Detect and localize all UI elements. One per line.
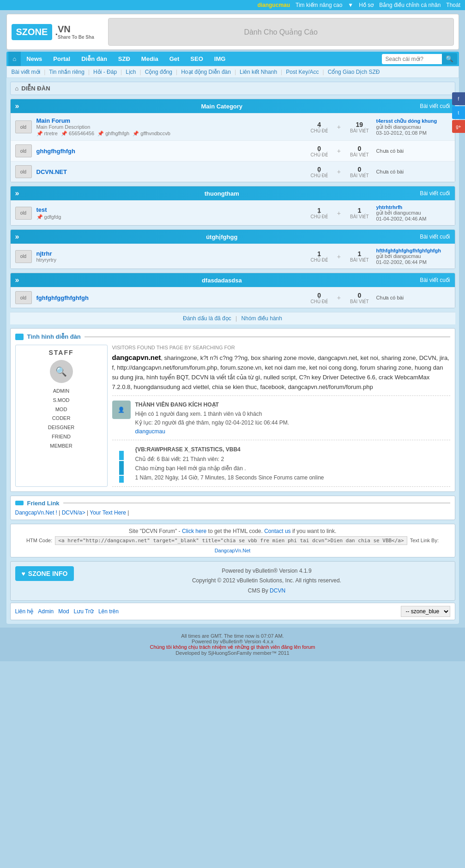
nav-seo[interactable]: SEO	[185, 52, 208, 66]
bottom-nav-archive[interactable]: Lưu Trữ	[74, 608, 94, 615]
nav-szd[interactable]: SZĐ	[113, 52, 136, 66]
topics-stat: 1 CHỦ ĐỀ	[310, 207, 327, 219]
topbar-logout[interactable]: Thoát	[446, 2, 460, 8]
forum-info: njtrhr htryryrtry	[36, 250, 311, 263]
forum-sub-forums: 📌 gdfgfdg	[36, 214, 311, 220]
forum-row: old test 📌 gdfgfdg 1 CHỦ ĐỀ + 1 BÀI V	[11, 200, 455, 225]
subnav-activity[interactable]: Hoạt động Diễn đàn	[181, 69, 231, 75]
search-input[interactable]	[382, 54, 442, 64]
friend-link-dangcap[interactable]: DangcapVn.Net !	[15, 509, 57, 516]
subnav-szd-trade[interactable]: Cổng Giao Dịch SZĐ	[328, 69, 380, 75]
forum-title-link[interactable]: test	[36, 206, 47, 213]
bottom-nav-mod[interactable]: Mod	[58, 608, 69, 615]
subnav-new-posts[interactable]: Bài viết mới	[12, 69, 41, 75]
topbar-search-link[interactable]: Tim kiếm nâng cao	[296, 2, 342, 8]
disclaimer-link[interactable]: Chúng tôi không chịu trách nhiệm về nhữn…	[150, 644, 315, 650]
googleplus-button[interactable]: g+	[452, 120, 465, 133]
subnav-qa[interactable]: Hỏi - Đáp	[93, 69, 117, 75]
topbar-settings[interactable]: Bảng điều chỉnh cá nhân	[379, 2, 441, 8]
ad-banner: Dành Cho Quảng Cáo	[108, 18, 454, 46]
stats-right: VISITORS FOUND THIS PAGE BY SEARCHING FO…	[112, 345, 450, 487]
nav-home[interactable]: ⌂	[8, 52, 21, 66]
facebook-button[interactable]: f	[452, 92, 465, 105]
cat-name-main: Main Category	[24, 103, 420, 110]
nav-get[interactable]: Get	[164, 52, 185, 66]
html-code-box: <a href="http://dangcapvn.net" target="_…	[55, 536, 407, 545]
last-post: Chưa có bài	[376, 148, 450, 154]
main-wrapper: SZONE . VN Share To Be Sha Dành Cho Quản…	[6, 10, 459, 628]
cat-last-post-label: Bài viết cuối	[420, 190, 450, 197]
search-button[interactable]: 🔍	[442, 53, 457, 65]
cat-arrows-icon: »	[15, 189, 19, 198]
logo-vn: VN Share To Be Sha	[58, 24, 94, 40]
forum-stats: 0 CHỦ ĐỀ + 0 BÀI VIẾT	[310, 292, 368, 304]
forum-title-link[interactable]: ghhgfhgfhfgh	[36, 148, 75, 155]
site-click-here[interactable]: Click here	[182, 528, 206, 534]
stats-text: {VB:RAWPHRASE X_STATISTICS, VBB4 Chủ đề:…	[135, 445, 324, 483]
forum-status-icon: old	[15, 144, 32, 157]
subnav-quicklinks[interactable]: Liên kết Nhanh	[240, 69, 277, 75]
site-contact-link[interactable]: Contact us	[264, 528, 290, 534]
last-post: Chưa có bài	[376, 169, 450, 175]
forum-status-icon: old	[15, 120, 32, 133]
bottom-nav-top[interactable]: Lên trên	[98, 608, 119, 615]
topbar: diangucmau Tim kiếm nâng cao ▼ Hồ sơ Bản…	[0, 0, 465, 10]
nav-forum[interactable]: Diễn đàn	[76, 52, 113, 66]
twitter-button[interactable]: t	[452, 106, 465, 119]
subnav-postkey[interactable]: Post Key/Acc	[286, 69, 319, 75]
staff-title: STAFF	[19, 349, 103, 356]
szone-info-label: SZONE INFO	[28, 570, 68, 577]
forum-title-link[interactable]: fghfghfggfhfghfgh	[36, 294, 89, 301]
content-area: ⌂ DIỄN ĐÀN » Main Category Bài viết cuối…	[6, 78, 459, 624]
text-link-by[interactable]: DangcapVn.Net	[215, 548, 251, 553]
bottom-nav-admin[interactable]: Admin	[38, 608, 54, 615]
last-post: hfthfghfghfghgfhfghfghfgh gửi bởi diangu…	[376, 248, 450, 265]
topics-stat: 1 CHỦ ĐỀ	[310, 250, 327, 263]
mod-group-link[interactable]: Nhóm điều hành	[242, 315, 282, 322]
last-post-title[interactable]: hfthfghfghfghgfhfghfghfgh	[376, 248, 441, 253]
last-post-title[interactable]: t4ersst chữu dóng khung	[376, 118, 437, 124]
member-text: THÀNH VIÊN ĐANG KÍCH HOẠT Hiện có 1 ngườ…	[135, 401, 290, 436]
posts-stat: 0 BÀI VIẾT	[350, 145, 368, 157]
theme-dropdown[interactable]: -- szone_blue	[401, 606, 450, 617]
breadcrumb: ⌂ DIỄN ĐÀN	[10, 82, 455, 95]
home-icon: ⌂	[15, 85, 19, 92]
forum-info: Main Forum Main Forum Description 📌 rtre…	[36, 117, 311, 137]
subnav-pm[interactable]: Tin nhắn riêng	[49, 69, 85, 75]
bottom-nav-contact[interactable]: Liên hệ	[15, 608, 34, 615]
subnav-calendar[interactable]: Lịch	[126, 69, 136, 75]
last-post-title[interactable]: yhtrhtrhrfh	[376, 204, 403, 210]
category-dfasdadasdsa: » dfasdadasdsa Bài viết cuối old fghfghf…	[10, 273, 455, 308]
stats-blue-bar-icon	[15, 334, 24, 340]
forum-title-link[interactable]: DCVN.NET	[36, 168, 67, 175]
forum-sub-forums: 📌 rtretre 📌 656546456 📌 ghfhgfhfgh 📌 gff…	[36, 131, 311, 137]
navbar: ⌂ News Portal Diễn đàn SZĐ Media Get SEO…	[6, 52, 459, 66]
cms-link[interactable]: DCVN	[270, 587, 285, 594]
forum-title-link[interactable]: Main Forum	[36, 117, 71, 124]
friend-link-header: Friend Link	[15, 500, 450, 507]
topics-stat: 4 CHỦ ĐỀ	[310, 121, 327, 133]
topbar-username[interactable]: diangucmau	[257, 2, 290, 8]
stats-section: Tình hình diễn đàn STAFF 🔍 ADMIN S.MOD M…	[10, 328, 455, 492]
topbar-profile[interactable]: Hồ sơ	[359, 2, 374, 8]
mark-read-link[interactable]: Đánh dấu là đã đọc	[183, 315, 231, 322]
developed-text: Developed by SjHuongSonFamily member™ 20…	[6, 650, 459, 656]
very-bottom: All times are GMT. The time now is 07:07…	[0, 628, 465, 661]
friend-link-custom[interactable]: Your Text Here	[90, 509, 126, 516]
friend-link-dcvn[interactable]: DCVN/a>	[62, 509, 85, 516]
forum-desc: htryryrtry	[36, 257, 311, 263]
nav-media[interactable]: Media	[136, 52, 164, 66]
member-username-link[interactable]: diangucmau	[135, 428, 165, 435]
forum-title-link[interactable]: njtrhr	[36, 250, 52, 257]
footer-brand: ♥ SZONE INFO Powered by vBulletin® Versi…	[10, 561, 455, 601]
theme-selector[interactable]: -- szone_blue	[401, 606, 450, 617]
nav-portal[interactable]: Portal	[48, 52, 76, 66]
cat-header-dfasdadasdsa: » dfasdadasdsa Bài viết cuối	[11, 273, 455, 287]
nav-news[interactable]: News	[21, 52, 48, 66]
topics-stat: 0 CHỦ ĐỀ	[310, 166, 327, 178]
subnav-community[interactable]: Cộng đồng	[145, 69, 172, 75]
last-post: yhtrhtrhrfh gửi bởi diangucmau01-04-2002…	[376, 204, 450, 221]
forum-row: old ghhgfhgfhfgh 0 CHỦ ĐỀ + 0 BÀI VIẾT C…	[11, 140, 455, 161]
nav-img[interactable]: IMG	[209, 52, 231, 66]
visitors-section: VISITORS FOUND THIS PAGE BY SEARCHING FO…	[112, 345, 450, 396]
